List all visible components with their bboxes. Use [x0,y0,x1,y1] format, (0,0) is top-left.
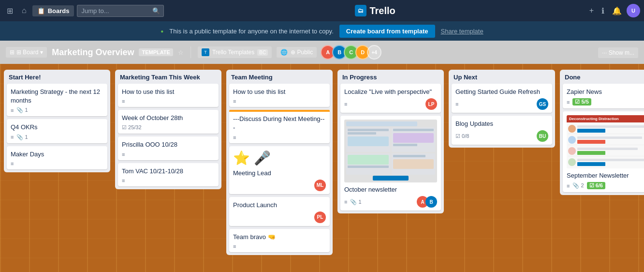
search-input[interactable] [77,5,164,17]
card-october-newsletter[interactable]: October newsletter ≡ 📎 1 A B [340,116,441,211]
user-avatar[interactable]: U [627,4,640,17]
banner-message: This is a public template for anyone on … [169,28,333,35]
grid-icon[interactable]: ⊞ [4,4,16,17]
chevron-down-icon: ▾ [40,49,43,56]
attachment-icon: 📎 1 [16,107,28,113]
card-september-newsletter[interactable]: Deconstructing Distraction [563,111,644,192]
lines-icon: ≡ [122,178,125,183]
lines-icon: ≡ [11,161,14,166]
board-menu-icon: ⊞ [10,49,15,56]
card-thumbnail-newsletter: Deconstructing Distraction [567,115,644,168]
lines-icon: ≡ [233,98,236,104]
board-header: ⊞ ⊞ Board ▾ Marketing Overview TEMPLATE … [0,41,644,64]
list-done: Done Zapier News ≡ ☑ 5/5 Deconstructing … [560,70,644,195]
app-title: Trello [369,5,395,16]
attachment-icon: 📎 2 [572,182,584,189]
list-team-meeting: Team Meeting How to use this list ≡ ---D… [226,70,333,255]
boards-button[interactable]: 📋 Boards [32,5,74,16]
workspace-icon: T [202,48,209,56]
card-priscilla-ooo[interactable]: Priscilla OOO 10/28 ≡ [118,136,219,160]
mic-emoji: 🎤 [254,150,271,166]
card-maker-days[interactable]: Maker Days ≡ [7,146,107,169]
lines-icon: ≡ [233,135,236,140]
divider [190,46,191,58]
create-board-button[interactable]: Create board from template [339,25,435,38]
lines-icon: ≡ [344,101,347,107]
list-cards-marketing-team: How to use this list ≡ Week of October 2… [115,84,221,189]
checkbox-icon: ☑ 0/8 [455,133,469,139]
card-product-launch[interactable]: Product Launch PL [229,197,330,226]
attachment-icon: 📎 1 [350,199,361,205]
card-avatar-lp: LP [425,98,437,110]
card-week-of-oct[interactable]: Week of October 28th ☑ 25/32 [118,110,219,134]
lines-icon: ≡ [344,199,347,205]
public-label: ⊕ Public [291,49,313,56]
board-title: Marketing Overview [52,47,134,58]
trello-logo-icon: 🗂 [355,5,366,16]
attachment-icon: 📎 1 [16,134,28,140]
list-title-done: Done [560,70,644,84]
members-extra[interactable]: +4 [367,45,381,60]
card-team-bravo[interactable]: Team bravo 🤜 ≡ [229,229,330,252]
card-tom-vac[interactable]: Tom VAC 10/21-10/28 ≡ [118,163,219,186]
boards-label: Boards [48,7,70,15]
list-cards-up-next: Getting Started Guide Refresh ≡ GS Blog … [449,84,555,148]
info-button[interactable]: ℹ [599,4,607,17]
lines-icon: ≡ [122,98,125,104]
template-banner: ● This is a public template for anyone o… [0,21,644,41]
card-avatar-pl: PL [314,212,326,223]
nav-right: + ℹ 🔔 U [586,4,640,17]
boards-icon: 📋 [37,7,45,15]
nav-center: 🗂 Trello [167,5,583,16]
card-avatar-ml: ML [314,180,326,191]
card-avatar-bu: BU [537,130,548,142]
card-discuss-next[interactable]: ---Discuss During Next Meeting--- ≡ [229,110,330,143]
list-up-next: Up Next Getting Started Guide Refresh ≡ … [449,70,555,148]
trello-logo: 🗂 Trello [355,5,395,16]
badge-zapier: ☑ 5/5 [572,98,591,106]
card-how-to-use-2[interactable]: How to use this list ≡ [229,84,330,107]
orange-bar [229,110,330,112]
checkbox-icon: ☑ 25/32 [122,124,142,131]
list-cards-team-meeting: How to use this list ≡ ---Discuss During… [226,84,333,255]
card-blog-updates[interactable]: Blog Updates ☑ 0/8 BU [452,116,552,145]
workspace-badge: BC [257,49,268,56]
badge-september: ☑ 6/6 [587,182,605,189]
lines-icon: ≡ [11,134,14,140]
workspace-tag[interactable]: T Trello Templates BC [198,46,272,58]
lines-icon: ≡ [122,151,125,157]
board-content: Start Here! Marketing Strategy - the nex… [0,64,644,272]
list-marketing-team: Marketing Team This Week How to use this… [115,70,221,189]
public-icon: 🌐 [280,49,288,56]
bell-button[interactable]: 🔔 [609,4,625,17]
list-cards-in-progress: Localize "Live with perspective" ≡ LP [337,84,444,213]
search-icon: 🔍 [152,7,160,15]
card-zapier-news[interactable]: Zapier News ≡ ☑ 5/5 [563,84,644,108]
board-menu-button[interactable]: ⊞ ⊞ Board ▾ [6,47,47,58]
plus-button[interactable]: + [586,4,597,17]
card-marketing-strategy[interactable]: Marketing Strategy - the next 12 months … [7,84,107,116]
card-localize[interactable]: Localize "Live with perspective" ≡ LP [340,84,441,113]
home-icon[interactable]: ⌂ [19,4,29,17]
card-how-to-use-1[interactable]: How to use this list ≡ [118,84,219,107]
share-template-link[interactable]: Share template [441,28,483,35]
list-title-team-meeting: Team Meeting [226,70,333,84]
lines-icon: ≡ [567,183,570,189]
show-menu-button[interactable]: ··· Show m... [598,47,638,58]
card-getting-started[interactable]: Getting Started Guide Refresh ≡ GS [452,84,552,113]
star-icon[interactable]: ☆ [178,49,184,56]
template-badge: TEMPLATE [139,48,173,56]
member-avatars: A B C D +4 [323,45,381,60]
public-tag[interactable]: 🌐 ⊕ Public [277,47,317,58]
card-avatar-oct2: B [425,196,437,208]
star-emoji: ⭐ [233,150,250,166]
list-title-marketing-team: Marketing Team This Week [115,70,221,84]
card-thumbnail [344,120,437,182]
card-q4-okrs[interactable]: Q4 OKRs ≡ 📎 1 [7,119,107,143]
lines-icon: ≡ [455,101,458,107]
card-meeting-lead[interactable]: ⭐ 🎤 Meeting Lead ML [229,146,330,194]
workspace-label: Trello Templates [212,49,254,56]
public-dot: ● [161,29,163,34]
list-title-up-next: Up Next [449,70,555,84]
lines-icon: ≡ [11,107,14,113]
